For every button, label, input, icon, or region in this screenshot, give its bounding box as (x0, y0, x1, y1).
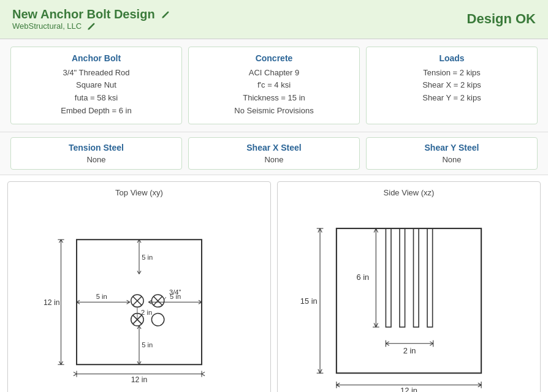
tension-steel-title: Tension Steel (20, 143, 173, 153)
shear-y-steel-value: None (375, 155, 528, 164)
diagrams-section: Top View (xy) 12 in 12 in (0, 175, 548, 392)
side-view-title: Side View (xz) (284, 188, 534, 197)
svg-text:2 in: 2 in (403, 346, 416, 355)
svg-text:2 in: 2 in (141, 308, 152, 315)
loads-card: Loads Tension = 2 kips Shear X = 2 kips … (366, 47, 538, 124)
loads-line1: Tension = 2 kips (375, 67, 528, 80)
loads-line2: Shear X = 2 kips (375, 79, 528, 92)
svg-text:5 in: 5 in (142, 254, 153, 261)
side-view-box: Side View (xz) 6 in 15 (277, 181, 541, 392)
subtitle-edit-icon[interactable] (86, 23, 95, 31)
subtitle: WebStructural, LLC (12, 21, 169, 31)
side-view-svg: 6 in 15 in 12 in (284, 202, 534, 392)
svg-line-7 (202, 372, 205, 374)
loads-line3: Shear Y = 2 kips (375, 92, 528, 105)
top-view-box: Top View (xy) 12 in 12 in (7, 181, 271, 392)
concrete-line4: No Seismic Provisions (197, 105, 351, 118)
svg-rect-58 (414, 228, 419, 327)
design-status: Design OK (467, 11, 536, 27)
anchor-bolt-title: Anchor Bolt (20, 53, 173, 63)
concrete-card: Concrete ACI Chapter 9 f'c = 4 ksi Thick… (188, 47, 360, 124)
svg-text:3/4": 3/4" (169, 288, 181, 296)
shear-y-steel-title: Shear Y Steel (375, 143, 528, 153)
shear-x-steel-value: None (197, 155, 351, 164)
anchor-bolt-line4: Embed Depth = 6 in (20, 105, 173, 118)
svg-line-5 (74, 372, 77, 374)
anchor-bolt-card: Anchor Bolt 3/4" Threaded Rod Square Nut… (10, 47, 182, 124)
svg-rect-59 (427, 228, 433, 327)
svg-text:12 in: 12 in (44, 298, 60, 307)
loads-title: Loads (375, 53, 528, 63)
shear-x-steel-card: Shear X Steel None (188, 137, 360, 170)
svg-line-8 (202, 374, 205, 375)
svg-line-46 (164, 297, 166, 300)
shear-y-steel-card: Shear Y Steel None (366, 137, 538, 170)
svg-text:12 in: 12 in (131, 375, 148, 383)
edit-icon[interactable] (161, 11, 169, 20)
top-view-svg: 12 in 12 in 5 in (14, 202, 264, 383)
anchor-bolt-line1: 3/4" Threaded Rod (20, 67, 173, 80)
header: New Anchor Bolt Design WebStructural, LL… (0, 0, 548, 39)
shear-x-steel-title: Shear X Steel (197, 143, 351, 153)
header-left: New Anchor Bolt Design WebStructural, LL… (12, 7, 169, 31)
steel-section: Tension Steel None Shear X Steel None Sh… (0, 132, 548, 175)
concrete-line3: Thickness = 15 in (197, 92, 351, 105)
concrete-line2: f'c = 4 ksi (197, 79, 351, 92)
tension-steel-value: None (20, 155, 173, 164)
top-view-title: Top View (xy) (14, 188, 264, 197)
svg-text:6 in: 6 in (356, 272, 369, 281)
svg-rect-57 (400, 228, 405, 327)
svg-point-44 (151, 313, 164, 325)
page-title: New Anchor Bolt Design (12, 7, 169, 21)
tension-steel-card: Tension Steel None (10, 137, 182, 170)
info-section: Anchor Bolt 3/4" Threaded Rod Square Nut… (0, 39, 548, 132)
anchor-bolt-line2: Square Nut (20, 79, 173, 92)
svg-text:15 in: 15 in (300, 296, 318, 306)
svg-text:12 in: 12 in (400, 386, 417, 392)
concrete-line1: ACI Chapter 9 (197, 67, 351, 80)
svg-line-6 (74, 374, 77, 375)
svg-text:5 in: 5 in (96, 293, 107, 300)
anchor-bolt-line3: futa = 58 ksi (20, 92, 173, 105)
svg-text:5 in: 5 in (142, 341, 153, 348)
concrete-title: Concrete (197, 53, 351, 63)
svg-rect-56 (386, 228, 391, 327)
